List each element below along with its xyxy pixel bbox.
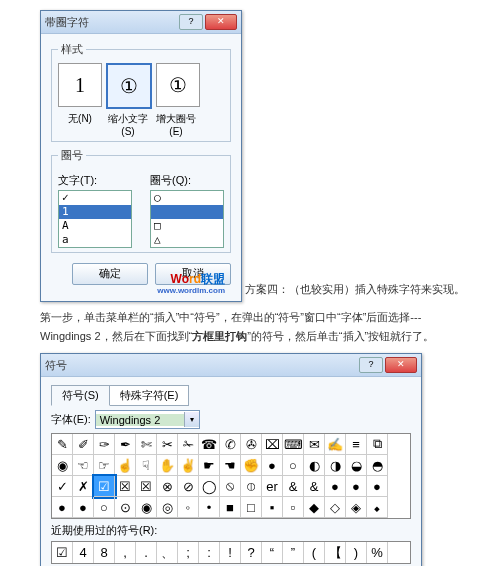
- close-button[interactable]: ✕: [385, 357, 417, 373]
- symbol-cell[interactable]: ✇: [241, 434, 262, 455]
- symbol-cell[interactable]: &: [283, 476, 304, 497]
- symbol-cell[interactable]: ○: [94, 497, 115, 518]
- symbol-cell[interactable]: ▫: [283, 497, 304, 518]
- style-none[interactable]: 1: [58, 63, 102, 107]
- symbol-cell[interactable]: ⧉: [367, 434, 388, 455]
- recent-cell[interactable]: ”: [283, 542, 304, 563]
- symbol-cell[interactable]: •: [199, 497, 220, 518]
- recent-cell[interactable]: 4: [73, 542, 94, 563]
- symbol-cell[interactable]: ✋: [157, 455, 178, 476]
- symbol-cell[interactable]: ☛: [199, 455, 220, 476]
- symbol-cell[interactable]: ▪: [262, 497, 283, 518]
- symbol-cell[interactable]: ◉: [52, 455, 73, 476]
- symbol-cell[interactable]: ●: [52, 497, 73, 518]
- symbol-cell[interactable]: er: [262, 476, 283, 497]
- symbol-cell[interactable]: ◓: [367, 455, 388, 476]
- symbol-cell[interactable]: ●: [367, 476, 388, 497]
- symbol-cell[interactable]: ✂: [157, 434, 178, 455]
- dialog-title: 带圈字符: [45, 15, 179, 30]
- symbol-cell[interactable]: ⊘: [178, 476, 199, 497]
- chevron-down-icon[interactable]: ▾: [184, 412, 199, 427]
- symbol-cell[interactable]: ⦸: [220, 476, 241, 497]
- symbol-cell[interactable]: &: [304, 476, 325, 497]
- symbol-cell[interactable]: ☟: [136, 455, 157, 476]
- symbol-cell[interactable]: ○: [283, 455, 304, 476]
- symbol-cell[interactable]: ✌: [178, 455, 199, 476]
- recent-cell[interactable]: %: [367, 542, 388, 563]
- symbol-grid[interactable]: ✎✐✑✒✄✂✁☎✆✇⌧⌨✉✍≡⧉◉☜☞☝☟✋✌☛☚✊●○◐◑◒◓✓✗☑☒☒⊗⊘◯…: [51, 433, 411, 519]
- recent-cell[interactable]: ;: [178, 542, 199, 563]
- recent-grid[interactable]: ☑48,.、;:!?“”(【)%: [51, 541, 411, 564]
- symbol-cell[interactable]: ✊: [241, 455, 262, 476]
- help-button[interactable]: ?: [359, 357, 383, 373]
- style-legend: 样式: [58, 42, 86, 57]
- symbol-cell[interactable]: ⦶: [241, 476, 262, 497]
- symbol-cell[interactable]: ☜: [73, 455, 94, 476]
- symbol-cell[interactable]: ✗: [73, 476, 94, 497]
- recent-cell[interactable]: :: [199, 542, 220, 563]
- symbol-cell[interactable]: ◇: [325, 497, 346, 518]
- recent-cell[interactable]: .: [136, 542, 157, 563]
- symbol-cell[interactable]: ⬥: [367, 497, 388, 518]
- symbol-cell[interactable]: ✉: [304, 434, 325, 455]
- symbol-cell[interactable]: ☝: [115, 455, 136, 476]
- symbol-cell[interactable]: ≡: [346, 434, 367, 455]
- close-button[interactable]: ✕: [205, 14, 237, 30]
- text-label: 文字(T):: [58, 173, 132, 188]
- symbol-cell[interactable]: ✆: [220, 434, 241, 455]
- symbol-cell[interactable]: ☒: [136, 476, 157, 497]
- ring-listbox[interactable]: ◯ □ △: [150, 190, 224, 248]
- recent-cell[interactable]: ): [346, 542, 367, 563]
- symbol-cell[interactable]: ●: [73, 497, 94, 518]
- recent-cell[interactable]: 8: [94, 542, 115, 563]
- tab-symbols[interactable]: 符号(S): [51, 385, 110, 406]
- symbol-cell[interactable]: ✑: [94, 434, 115, 455]
- recent-cell[interactable]: ☑: [52, 542, 73, 563]
- symbol-cell[interactable]: ●: [325, 476, 346, 497]
- symbol-cell[interactable]: ◐: [304, 455, 325, 476]
- symbol-cell[interactable]: ✍: [325, 434, 346, 455]
- symbol-cell[interactable]: ◒: [346, 455, 367, 476]
- recent-cell[interactable]: (: [304, 542, 325, 563]
- recent-cell[interactable]: “: [262, 542, 283, 563]
- symbol-cell[interactable]: ◈: [346, 497, 367, 518]
- symbol-cell[interactable]: ◎: [157, 497, 178, 518]
- symbol-cell[interactable]: ✁: [178, 434, 199, 455]
- symbol-cell[interactable]: ☚: [220, 455, 241, 476]
- symbol-cell[interactable]: ☎: [199, 434, 220, 455]
- tab-special[interactable]: 特殊字符(E): [109, 385, 190, 406]
- recent-cell[interactable]: ,: [115, 542, 136, 563]
- style-shrink[interactable]: ①: [106, 63, 152, 109]
- symbol-cell[interactable]: ●: [346, 476, 367, 497]
- symbol-cell[interactable]: ☞: [94, 455, 115, 476]
- recent-cell[interactable]: 【: [325, 542, 346, 563]
- symbol-cell[interactable]: ●: [262, 455, 283, 476]
- ring-label: 圈号(Q):: [150, 173, 224, 188]
- symbol-cell[interactable]: ◑: [325, 455, 346, 476]
- symbol-cell[interactable]: ◆: [304, 497, 325, 518]
- symbol-cell[interactable]: ✓: [52, 476, 73, 497]
- recent-cell[interactable]: 、: [157, 542, 178, 563]
- symbol-cell[interactable]: ⌧: [262, 434, 283, 455]
- symbol-cell[interactable]: ◉: [136, 497, 157, 518]
- font-combo[interactable]: Wingdings 2▾: [95, 410, 200, 429]
- symbol-cell[interactable]: ◦: [178, 497, 199, 518]
- style-enlarge[interactable]: ①: [156, 63, 200, 107]
- symbol-cell[interactable]: ⊙: [115, 497, 136, 518]
- symbol-cell[interactable]: ✎: [52, 434, 73, 455]
- symbol-cell[interactable]: ☒: [115, 476, 136, 497]
- recent-cell[interactable]: !: [220, 542, 241, 563]
- symbol-cell[interactable]: ■: [220, 497, 241, 518]
- symbol-cell[interactable]: ⌨: [283, 434, 304, 455]
- symbol-cell[interactable]: ✒: [115, 434, 136, 455]
- symbol-cell[interactable]: ☑: [94, 476, 115, 497]
- symbol-cell[interactable]: ✄: [136, 434, 157, 455]
- style-label: 无(N): [58, 112, 102, 137]
- symbol-cell[interactable]: ✐: [73, 434, 94, 455]
- text-listbox[interactable]: ✓ 1 A a: [58, 190, 132, 248]
- symbol-cell[interactable]: ◯: [199, 476, 220, 497]
- recent-cell[interactable]: ?: [241, 542, 262, 563]
- symbol-cell[interactable]: ⊗: [157, 476, 178, 497]
- help-button[interactable]: ?: [179, 14, 203, 30]
- symbol-cell[interactable]: □: [241, 497, 262, 518]
